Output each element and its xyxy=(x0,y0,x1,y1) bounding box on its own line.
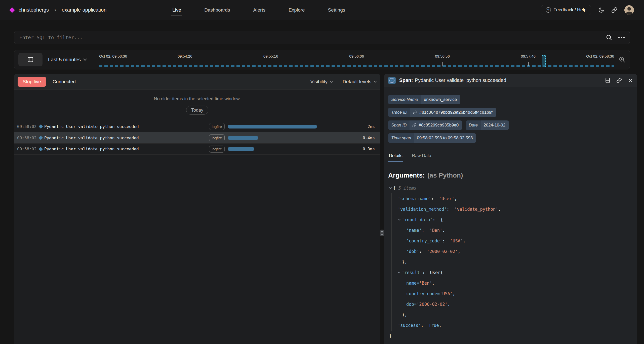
span-diamond-icon xyxy=(37,136,44,139)
code-line: }, xyxy=(388,257,633,267)
indent-guide xyxy=(391,236,392,246)
trace-id-badge[interactable]: Trace ID #81c364b79bbd92ef26b4dd5ff4c81b… xyxy=(388,108,496,117)
code-token: 'schema_name' xyxy=(398,196,431,201)
feedback-help-label: Feedback / Help xyxy=(553,7,586,13)
code-line: ), xyxy=(388,310,633,320)
main-nav: Live Dashboards Alerts Explore Settings xyxy=(172,6,346,14)
logfire-tag[interactable]: logfire xyxy=(209,134,225,141)
sidebar-toggle-button[interactable] xyxy=(18,53,43,66)
nav-tab-settings[interactable]: Settings xyxy=(328,6,346,14)
duration-bar xyxy=(228,147,254,151)
question-circle-icon: ? xyxy=(546,7,551,13)
breadcrumb-org[interactable]: christophergs xyxy=(19,7,49,13)
link-icon xyxy=(412,123,416,127)
code-token: 5 items xyxy=(398,186,416,191)
code-line: country_code='USA', xyxy=(388,288,633,299)
default-levels-label: Default levels xyxy=(343,79,371,84)
code-token: 'USA' xyxy=(450,238,463,243)
logfire-tag[interactable]: logfire xyxy=(209,123,225,130)
collapse-caret-icon[interactable] xyxy=(398,214,400,225)
indent-guide xyxy=(400,246,400,257)
span-row[interactable]: 09:58:02Pydantic User validate_python su… xyxy=(14,132,380,143)
timeline-tick-label: 09:55:16 xyxy=(263,54,278,58)
code-line: 'schema_name': 'User', xyxy=(388,193,633,204)
code-token: name= xyxy=(406,281,419,286)
stop-live-button[interactable]: Stop live xyxy=(18,77,46,87)
span-title: Span:Pydantic User validate_python succe… xyxy=(399,77,506,83)
collapse-caret-icon[interactable] xyxy=(389,183,392,193)
row-timestamp: 09:58:02 xyxy=(17,124,37,129)
code-token: dob= xyxy=(406,302,417,307)
code-token: 'country_code' xyxy=(406,238,442,243)
info-icon: i xyxy=(388,77,396,84)
feedback-help-button[interactable]: ? Feedback / Help xyxy=(541,5,591,15)
indent-guide xyxy=(391,246,392,257)
default-levels-dropdown[interactable]: Default levels xyxy=(343,79,377,84)
timeline-tick-mark xyxy=(442,62,443,66)
code-token: 'validate_python' xyxy=(454,207,498,212)
duration-bar xyxy=(228,136,258,140)
pane-resize-handle[interactable] xyxy=(380,230,384,236)
divider xyxy=(92,53,92,66)
code-line: 'success': True, xyxy=(388,320,633,331)
collapse-caret-icon[interactable] xyxy=(398,267,400,278)
span-title-text: Pydantic User validate_python succeeded xyxy=(415,77,506,83)
indent-guide xyxy=(391,320,392,331)
code-token: '2000-02-02' xyxy=(427,249,458,254)
time-range-selector[interactable]: Last 5 minutes xyxy=(48,57,87,63)
today-button[interactable]: Today xyxy=(186,106,208,115)
timeline-histogram[interactable]: Oct 02, 09:53:3609:54:2609:55:1609:56:06… xyxy=(99,50,614,69)
row-message: Pydantic User validate_python succeeded xyxy=(44,124,209,129)
code-token: , xyxy=(439,323,441,328)
badge-value: unknown_service xyxy=(421,95,460,104)
copy-link-icon[interactable] xyxy=(616,78,622,83)
timeline-bar: Last 5 minutes Oct 02, 09:53:3609:54:260… xyxy=(14,50,630,69)
arguments-code-block: { 5 items'schema_name': 'User','validati… xyxy=(384,183,637,341)
nav-tab-dashboards[interactable]: Dashboards xyxy=(204,6,230,14)
code-token: } xyxy=(389,333,392,338)
code-token: 'User' xyxy=(439,196,454,201)
visibility-dropdown[interactable]: Visibility xyxy=(310,79,333,84)
indent-guide xyxy=(391,193,392,204)
zoom-in-icon[interactable] xyxy=(619,56,626,63)
logfire-logo-icon[interactable] xyxy=(9,7,15,13)
span-row-list: 09:58:02Pydantic User validate_python su… xyxy=(14,121,380,155)
share-link-icon[interactable] xyxy=(611,7,617,13)
visibility-label: Visibility xyxy=(310,79,328,84)
breadcrumb-project[interactable]: example-application xyxy=(62,7,106,13)
split-panel-icon[interactable] xyxy=(605,77,610,83)
arguments-heading: Arguments:(as Python) xyxy=(388,171,633,179)
close-icon[interactable] xyxy=(628,78,633,83)
span-row[interactable]: 09:58:02Pydantic User validate_python su… xyxy=(14,121,380,132)
span-row[interactable]: 09:58:02Pydantic User validate_python su… xyxy=(14,143,380,155)
nav-tab-live[interactable]: Live xyxy=(172,6,182,14)
span-id-badge[interactable]: Span ID #8c85209cb935b9e0 xyxy=(388,120,462,130)
top-header: christophergs › example-application Live… xyxy=(0,0,644,20)
code-token: , xyxy=(453,291,455,296)
code-token: , xyxy=(458,249,460,254)
more-options-icon[interactable] xyxy=(618,37,625,38)
breadcrumb: christophergs › example-application xyxy=(10,7,106,13)
timeline-right-tick xyxy=(586,62,599,66)
tab-details[interactable]: Details xyxy=(388,150,403,162)
nav-tab-alerts[interactable]: Alerts xyxy=(253,6,266,14)
row-timestamp: 09:58:02 xyxy=(17,147,37,151)
logfire-tag[interactable]: logfire xyxy=(209,146,225,153)
indent-guide xyxy=(391,310,392,320)
chevron-down-icon xyxy=(330,81,333,83)
code-line: 'validation_method': 'validate_python', xyxy=(388,204,633,214)
nav-tab-explore[interactable]: Explore xyxy=(288,6,305,14)
tab-raw-data[interactable]: Raw Data xyxy=(411,150,432,162)
dark-mode-moon-icon[interactable] xyxy=(598,7,604,13)
user-avatar[interactable] xyxy=(624,5,634,15)
timeline-tick-label: 09:54:26 xyxy=(178,54,192,58)
code-token: 'USA' xyxy=(440,291,453,296)
sql-filter-input[interactable] xyxy=(19,35,606,40)
detail-tabs: Details Raw Data xyxy=(384,150,637,162)
row-duration: 2ms xyxy=(358,124,380,129)
search-icon[interactable] xyxy=(606,34,612,41)
time-span-badge: Time span 09:58:02.593 to 09:58:02.593 xyxy=(388,133,476,143)
code-token: }, xyxy=(402,260,407,265)
span-detail-panel: i Span:Pydantic User validate_python suc… xyxy=(384,74,637,344)
timeline-tick-mark xyxy=(185,62,185,66)
